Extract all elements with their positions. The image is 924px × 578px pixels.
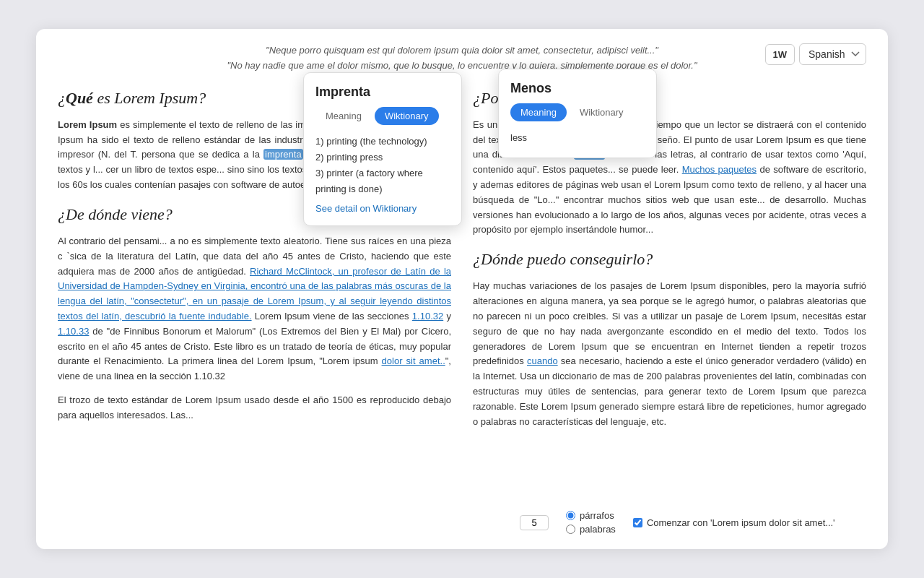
checkbox-comenzar-input[interactable] <box>633 518 642 527</box>
checkbox-comenzar-label: Comenzar con 'Lorem ipsum dolor sit amet… <box>647 517 835 528</box>
imprenta-meaning-tab[interactable]: Meaning <box>315 107 372 125</box>
quote-line2: "No hay nadie que ame el dolor mismo, qu… <box>58 59 866 74</box>
radio-palabras-label: palabras <box>580 524 616 535</box>
number-input[interactable] <box>520 515 549 530</box>
imprenta-item-1: 1) printing (the technology) <box>315 134 450 150</box>
section-where-para2: El trozo de texto estándar de Lorem Ipsu… <box>58 393 451 423</box>
popup-imprenta-tabs: Meaning Wiktionary <box>315 107 450 125</box>
muchos-link[interactable]: Muchos paquetes <box>682 164 757 175</box>
menos-wiktionary-tab[interactable]: Wiktionary <box>570 103 634 121</box>
lorem-ipsum-bold: Lorem Ipsum <box>58 119 117 130</box>
imprenta-item-3: 3) printer (a factory where printing is … <box>315 165 450 197</box>
cuando-link[interactable]: cuando <box>527 355 558 366</box>
section-where-get-title: ¿Dónde puedo conseguirlo? <box>473 246 866 272</box>
imprenta-item-2: 2) printing press <box>315 150 450 165</box>
radio-palabras-input[interactable] <box>566 525 575 534</box>
popup-imprenta-title: Imprenta <box>315 85 450 100</box>
dolor-link[interactable]: dolor sit amet.. <box>382 355 445 366</box>
main-container: "Neque porro quisquam est qui dolorem ip… <box>36 29 888 549</box>
quote-line1: "Neque porro quisquam est qui dolorem ip… <box>58 43 866 59</box>
popup-menos-tabs: Meaning Wiktionary <box>510 103 645 121</box>
checkbox-comenzar[interactable]: Comenzar con 'Lorem ipsum dolor sit amet… <box>633 517 835 528</box>
radio-parrafos-input[interactable] <box>566 511 575 520</box>
section-link1[interactable]: 1.10.32 <box>412 311 443 322</box>
quote-area: "Neque porro quisquam est qui dolorem ip… <box>58 43 866 74</box>
imprenta-highlighted[interactable]: imprenta <box>263 149 303 160</box>
radio-group: párrafos palabras <box>566 510 616 535</box>
section-where-para1: Al contrario del pensami... a no es simp… <box>58 234 451 384</box>
popup-imprenta: Imprenta Meaning Wiktionary 1) printing … <box>303 72 462 226</box>
controls: 1W Spanish English French German <box>765 43 867 65</box>
radio-parrafos-label: párrafos <box>580 510 614 521</box>
top-bar: "Neque porro quisquam est qui dolorem ip… <box>58 43 866 74</box>
menos-definition: less <box>510 130 645 146</box>
imprenta-wiktionary-tab[interactable]: Wiktionary <box>375 107 439 125</box>
bottom-controls: párrafos palabras Comenzar con 'Lorem ip… <box>520 510 835 535</box>
imprenta-wiktionary-link[interactable]: See detail on Wiktionary <box>315 203 450 214</box>
popup-menos-content: less <box>510 130 645 146</box>
menos-meaning-tab[interactable]: Meaning <box>510 103 567 121</box>
radio-palabras[interactable]: palabras <box>566 524 616 535</box>
section-link2[interactable]: 1.10.33 <box>58 326 89 337</box>
language-select[interactable]: Spanish English French German <box>799 43 866 65</box>
popup-menos: Menos Meaning Wiktionary less <box>498 69 657 158</box>
radio-parrafos[interactable]: párrafos <box>566 510 616 521</box>
richard-link[interactable]: Richard McClintock, un profesor de Latín… <box>58 266 451 322</box>
popup-menos-title: Menos <box>510 81 645 96</box>
week-badge-button[interactable]: 1W <box>765 44 796 65</box>
section-where-get-para1: Hay muchas variaciones de los pasajes de… <box>473 279 866 429</box>
content-grid: ¿Qué es Lorem Ipsum? Lorem Ipsum es simp… <box>58 85 866 439</box>
popup-imprenta-content: 1) printing (the technology) 2) printing… <box>315 134 450 197</box>
